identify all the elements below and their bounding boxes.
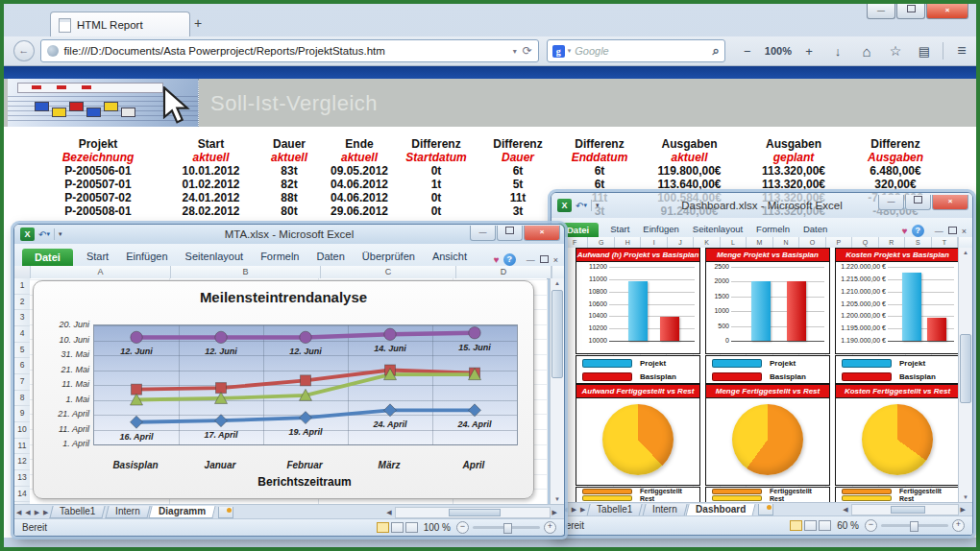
restore-button[interactable] — [497, 226, 523, 241]
minimize-button[interactable]: — — [470, 226, 496, 241]
minimize-button[interactable]: — — [867, 4, 895, 19]
column-header-K[interactable]: K — [694, 237, 720, 248]
zoom-slider[interactable]: − + — [865, 519, 965, 532]
row-header-5[interactable]: 5 — [14, 343, 30, 359]
row-header-13[interactable]: 13 — [14, 470, 30, 487]
hscrollbar-thumb[interactable] — [449, 509, 501, 516]
ribbon-close-icon[interactable]: × — [962, 227, 967, 236]
zoom-in-button[interactable]: + — [795, 44, 823, 59]
column-header-L[interactable]: L — [721, 237, 747, 248]
ribbon-tab-seitenlayout[interactable]: Seitenlayout — [185, 251, 244, 262]
normal-view-icon[interactable] — [377, 522, 389, 533]
column-header-H[interactable]: H — [615, 237, 641, 248]
dashboard-excel-window[interactable]: X ↶ ▾ ▾ Dashboard.xlsx - Microsoft Excel… — [551, 192, 973, 536]
url-bar[interactable]: file:///D:/Documents/Asta Powerproject/R… — [40, 39, 539, 62]
sheet-tab-intern[interactable]: Intern — [105, 506, 150, 518]
hscrollbar-thumb[interactable] — [891, 506, 925, 514]
ribbon-tab-überprüfen[interactable]: Überprüfen — [362, 251, 415, 262]
close-button[interactable]: × — [926, 4, 968, 19]
dashboard-chart-aufwand-pie[interactable]: Aufwand Fertiggestellt vs Rest — [576, 384, 700, 486]
scroll-up-icon[interactable]: ▲ — [551, 280, 564, 286]
row-header-2[interactable]: 2 — [14, 295, 30, 311]
downloads-icon[interactable]: ↓ — [823, 44, 852, 59]
column-header-D[interactable]: D — [456, 266, 551, 278]
bookmark-star-icon[interactable]: ☆ — [881, 43, 910, 59]
hscroll-right-icon[interactable]: ▶ — [552, 509, 558, 516]
sheet-tab-tabelle1[interactable]: Tabelle1 — [587, 504, 644, 516]
row-header-9[interactable]: 9 — [14, 406, 30, 422]
ribbon-tab-start[interactable]: Start — [610, 224, 629, 234]
ribbon-tab-einfügen[interactable]: Einfügen — [643, 224, 679, 234]
column-header-B[interactable]: B — [171, 266, 321, 278]
row-header-12[interactable]: 12 — [14, 454, 30, 470]
dashboard-chart-aufwand-bar[interactable]: Aufwand (h) Projekt vs Basisplan 1120011… — [576, 248, 700, 354]
column-header-G[interactable]: G — [588, 237, 614, 248]
zoom-in-icon[interactable]: + — [544, 521, 556, 534]
zoom-out-button[interactable]: − — [733, 44, 762, 59]
column-header-F[interactable]: F — [562, 237, 588, 248]
scrollbar-thumb[interactable] — [551, 290, 563, 378]
hscroll-left-icon[interactable]: ◀ — [386, 509, 392, 516]
row-header-7[interactable]: 7 — [14, 374, 30, 391]
pagebreak-view-icon[interactable] — [405, 522, 418, 533]
undo-icon[interactable]: ↶ — [576, 201, 583, 211]
row-header-11[interactable]: 11 — [14, 439, 30, 455]
file-tab[interactable]: Datei — [22, 249, 73, 266]
legend-aufwand-pie[interactable]: FertiggestelltRest — [576, 487, 700, 502]
column-header-N[interactable]: N — [773, 237, 799, 248]
sheet-nav-icons[interactable]: ◀ ◀ ▶ ▶ — [16, 509, 49, 516]
undo-icon[interactable]: ↶ — [38, 229, 46, 240]
row-header-10[interactable]: 10 — [14, 422, 30, 439]
pagebreak-view-icon[interactable] — [819, 520, 831, 531]
dashboard-vertical-scrollbar[interactable]: ▲ ▼ — [958, 248, 972, 502]
ribbon-tab-daten[interactable]: Daten — [316, 251, 344, 262]
row-header-8[interactable]: 8 — [14, 391, 30, 407]
url-dropdown-icon[interactable]: ▾ — [513, 47, 517, 56]
scroll-up-icon[interactable]: ▲ — [959, 250, 972, 255]
ribbon-close-icon[interactable]: × — [553, 255, 558, 265]
dashboard-titlebar[interactable]: X ↶ ▾ ▾ Dashboard.xlsx - Microsoft Excel… — [551, 193, 972, 218]
column-header-Q[interactable]: Q — [852, 237, 878, 248]
column-header-C[interactable]: C — [321, 266, 456, 278]
help-icon[interactable]: ? — [912, 225, 924, 237]
zoom-slider-thumb[interactable] — [910, 521, 919, 532]
help-icon[interactable]: ? — [503, 253, 516, 266]
zoom-out-icon[interactable]: − — [865, 519, 877, 532]
ribbon-minimize-icon[interactable]: — — [935, 227, 943, 236]
scrollbar-thumb[interactable] — [960, 334, 971, 403]
column-header-T[interactable]: T — [932, 237, 958, 248]
row-header-1[interactable]: 1 — [14, 278, 30, 295]
qat-customize-icon[interactable]: ▾ — [596, 202, 600, 209]
heart-icon[interactable]: ♥ — [902, 226, 908, 236]
ribbon-restore-icon[interactable] — [540, 255, 549, 265]
insert-sheet-icon[interactable] — [758, 504, 773, 515]
zoom-level[interactable]: 100% — [762, 45, 795, 57]
zoom-out-icon[interactable]: − — [456, 521, 469, 534]
layout-view-icon[interactable] — [391, 522, 404, 533]
sheet-tab-diagramm[interactable]: Diagramm — [149, 506, 216, 518]
legend-kosten-pie[interactable]: FertiggestelltRest — [835, 487, 959, 502]
new-tab-button[interactable]: + — [186, 15, 209, 35]
ribbon-minimize-icon[interactable]: — — [527, 255, 535, 265]
close-button[interactable]: × — [524, 226, 560, 241]
browser-tab[interactable]: HTML Report — [50, 12, 190, 37]
ribbon-tab-seitenlayout[interactable]: Seitenlayout — [693, 224, 743, 234]
legend-menge-pie[interactable]: FertiggestelltRest — [705, 487, 830, 502]
column-header-A[interactable]: A — [31, 266, 171, 278]
row-header-3[interactable]: 3 — [14, 310, 30, 326]
mta-chart-object[interactable]: Meilensteintrendanalyse 20. Juni10. Juni… — [33, 280, 534, 499]
zoom-percent[interactable]: 60 % — [837, 520, 859, 531]
mta-sheet-grid[interactable]: Meilensteintrendanalyse 20. Juni10. Juni… — [30, 278, 547, 504]
legend-aufwand-bar[interactable]: ProjektBasisplan — [576, 355, 700, 384]
restore-button[interactable] — [905, 195, 931, 210]
search-icon[interactable]: ⌕ — [713, 43, 720, 59]
dashboard-sheet-grid[interactable]: Aufwand (h) Projekt vs Basisplan 1120011… — [561, 248, 959, 502]
ribbon-tab-daten[interactable]: Daten — [803, 224, 827, 234]
column-header-J[interactable]: J — [668, 237, 694, 248]
qat-customize-icon[interactable]: ▾ — [59, 230, 62, 238]
row-header-4[interactable]: 4 — [14, 326, 30, 343]
zoom-slider[interactable]: − + — [456, 521, 556, 534]
reload-icon[interactable]: ⟳ — [523, 44, 532, 58]
clipboard-icon[interactable]: ▤ — [910, 44, 939, 59]
heart-icon[interactable]: ♥ — [494, 254, 500, 265]
